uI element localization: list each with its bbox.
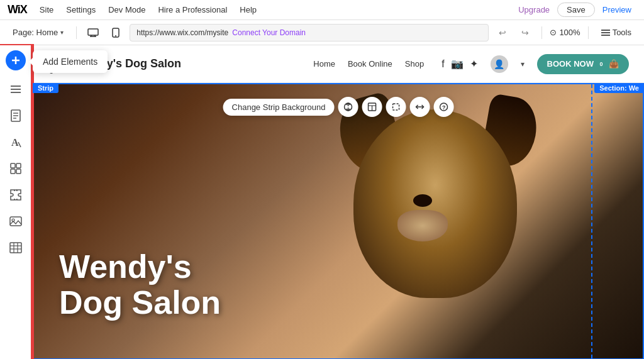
view-divider — [76, 26, 77, 39]
desktop-view-button[interactable] — [84, 24, 102, 41]
svg-rect-22 — [11, 169, 15, 174]
svg-rect-7 — [601, 32, 610, 33]
url-text: https://www.wix.com/mysite — [136, 28, 228, 37]
menu-help[interactable]: Help — [235, 3, 262, 17]
hero-title-line2: Dog Salon — [59, 285, 221, 321]
main-area: Add Elements A — [0, 45, 644, 359]
sidebar-media-button[interactable] — [3, 209, 28, 234]
facebook-icon[interactable]: f — [441, 58, 444, 70]
svg-rect-37 — [392, 104, 399, 110]
resize-icon-button[interactable] — [409, 97, 430, 117]
site-nav: Home Book Online Shop f 📷 ✦ 👤 ▾ BOOK NOW… — [313, 54, 629, 74]
social-icons: f 📷 ✦ — [441, 58, 477, 70]
svg-text:A: A — [11, 137, 19, 148]
nav-home[interactable]: Home — [313, 59, 335, 69]
zoom-icon: ⊙ — [550, 28, 557, 37]
crop-icon-button[interactable] — [386, 97, 406, 117]
nav-shop[interactable]: Shop — [405, 59, 424, 69]
sidebar-apps-button[interactable] — [3, 156, 28, 181]
mobile-view-button[interactable] — [107, 24, 125, 41]
wix-logo: WiX — [8, 3, 27, 16]
upgrade-button[interactable]: Upgrade — [513, 5, 555, 14]
svg-point-5 — [115, 35, 116, 36]
change-strip-background-button[interactable]: Change Strip Background — [223, 99, 335, 116]
book-now-button[interactable]: BOOK NOW 0 👜 — [537, 54, 629, 74]
book-now-label: BOOK NOW — [547, 59, 594, 69]
add-elements-tooltip: Add Elements — [33, 50, 108, 73]
cart-badge: 0 — [596, 59, 606, 69]
strip-label[interactable]: Strip — [33, 83, 58, 93]
hero-text-block: Wendy's Dog Salon — [59, 249, 221, 321]
tools-button[interactable]: Tools — [596, 25, 636, 40]
layout-icon-button[interactable] — [362, 97, 382, 117]
svg-rect-6 — [601, 30, 610, 31]
arrange-icon-button[interactable] — [338, 97, 358, 117]
preview-button[interactable]: Preview — [597, 5, 636, 14]
help-icon-button[interactable]: ? — [433, 97, 453, 117]
svg-rect-23 — [16, 169, 21, 174]
canvas-area: 🪮 Wendy's Dog Salon Home Book Online Sho… — [33, 45, 644, 359]
tiktok-icon[interactable]: ✦ — [470, 58, 478, 70]
sidebar-pages-button[interactable] — [3, 103, 28, 128]
floating-toolbar: Change Strip Background ? — [223, 97, 454, 117]
page-selector-label: Page: Home — [13, 28, 58, 37]
chevron-down-icon: ▾ — [60, 29, 64, 36]
menu-settings[interactable]: Settings — [61, 3, 101, 17]
svg-rect-20 — [11, 163, 15, 168]
user-avatar[interactable]: 👤 — [491, 55, 508, 73]
menu-hire-professional[interactable]: Hire a Professional — [153, 3, 232, 17]
instagram-icon[interactable]: 📷 — [451, 58, 464, 70]
user-chevron[interactable]: ▾ — [521, 60, 525, 69]
url-bar: https://www.wix.com/mysite Connect Your … — [130, 24, 489, 41]
divider-2 — [541, 26, 542, 39]
svg-rect-8 — [601, 35, 610, 36]
svg-text:?: ? — [442, 104, 446, 111]
sidebar-layers-button[interactable] — [3, 77, 28, 102]
page-selector[interactable]: Page: Home ▾ — [8, 25, 69, 40]
svg-rect-0 — [88, 29, 98, 35]
dog-head — [353, 109, 517, 298]
add-elements-button[interactable] — [6, 50, 26, 70]
top-menubar: WiX Site Settings Dev Mode Hire a Profes… — [0, 0, 644, 20]
sidebar-table-button[interactable] — [3, 235, 28, 260]
save-button[interactable]: Save — [557, 3, 595, 17]
hero-title-line1: Wendy's — [59, 249, 221, 285]
undo-button[interactable]: ↩ — [494, 24, 511, 41]
left-sidebar: Add Elements A — [0, 45, 33, 359]
menu-site[interactable]: Site — [35, 3, 58, 17]
menu-dev-mode[interactable]: Dev Mode — [103, 3, 150, 17]
divider-3 — [588, 26, 589, 39]
tools-label: Tools — [613, 28, 631, 37]
nav-book-online[interactable]: Book Online — [348, 59, 392, 69]
zoom-level: 100% — [559, 28, 580, 37]
add-elements-label: Add Elements — [43, 57, 97, 67]
dog-image — [341, 97, 542, 336]
dog-snout — [397, 210, 448, 241]
sidebar-puzzle-button[interactable] — [3, 182, 28, 207]
dog-nose — [413, 194, 432, 207]
site-header: 🪮 Wendy's Dog Salon Home Book Online Sho… — [33, 45, 644, 83]
section-label: Section: We — [594, 83, 644, 93]
svg-line-19 — [18, 142, 21, 147]
zoom-indicator: ⊙ 100% — [550, 28, 580, 37]
redo-button[interactable]: ↪ — [516, 24, 534, 41]
bag-icon: 👜 — [609, 59, 619, 69]
svg-rect-26 — [10, 243, 21, 253]
hero-section[interactable]: Change Strip Background ? — [33, 83, 644, 359]
svg-rect-21 — [16, 163, 21, 168]
sidebar-text-button[interactable]: A — [3, 130, 28, 155]
connect-domain-link[interactable]: Connect Your Domain — [232, 28, 306, 37]
secondary-toolbar: Page: Home ▾ https://www.wix.com/mysite … — [0, 20, 644, 45]
section-boundary-line — [591, 84, 592, 358]
